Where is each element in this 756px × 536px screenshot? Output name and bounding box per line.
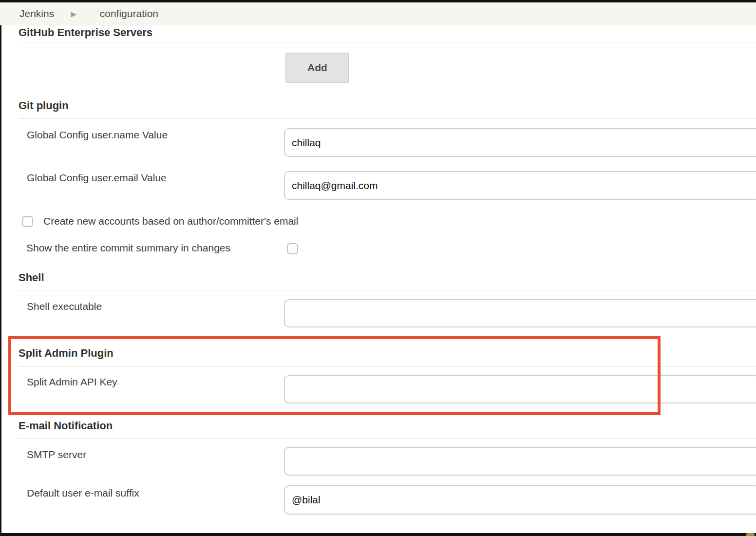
section-divider [19,118,756,119]
shell-executable-label: Shell executable [27,301,102,312]
split-admin-api-key-input[interactable] [284,375,756,403]
commit-summary-label: Show the entire commit summary in change… [26,242,230,254]
cut-off-element [746,533,755,536]
section-divider [19,366,756,367]
breadcrumb: Jenkins ▶ configuration [0,2,756,25]
chevron-right-icon: ▶ [71,10,76,18]
smtp-server-label: SMTP server [27,449,86,460]
smtp-server-input[interactable] [284,447,756,476]
breadcrumb-item-configuration[interactable]: configuration [100,8,158,19]
global-config-email-label: Global Config user.email Value [27,172,167,184]
section-title-git-plugin: Git plugin [19,99,69,112]
split-admin-api-key-label: Split Admin API Key [27,376,117,388]
section-divider [19,290,756,290]
section-divider [19,438,756,439]
section-title-github-enterprise-servers: GitHub Enterprise Servers [19,26,152,39]
global-config-username-input[interactable] [284,128,756,157]
section-divider [19,42,756,42]
section-title-split-admin-plugin: Split Admin Plugin [19,347,113,360]
create-accounts-checkbox[interactable] [22,216,33,227]
global-config-username-label: Global Config user.name Value [27,129,168,141]
global-config-email-input[interactable] [284,171,756,200]
section-title-shell: Shell [19,271,44,284]
create-accounts-label: Create new accounts based on author/comm… [43,215,298,227]
breadcrumb-item-jenkins[interactable]: Jenkins [19,8,54,19]
default-email-suffix-label: Default user e-mail suffix [27,487,139,499]
jenkins-configuration-page: Jenkins ▶ configuration GitHub Enterpris… [0,0,756,536]
section-title-email-notification: E-mail Notification [19,420,113,432]
add-button[interactable]: Add [285,53,349,83]
shell-executable-input[interactable] [284,299,756,327]
commit-summary-checkbox[interactable] [287,243,298,254]
default-email-suffix-input[interactable] [284,485,756,515]
